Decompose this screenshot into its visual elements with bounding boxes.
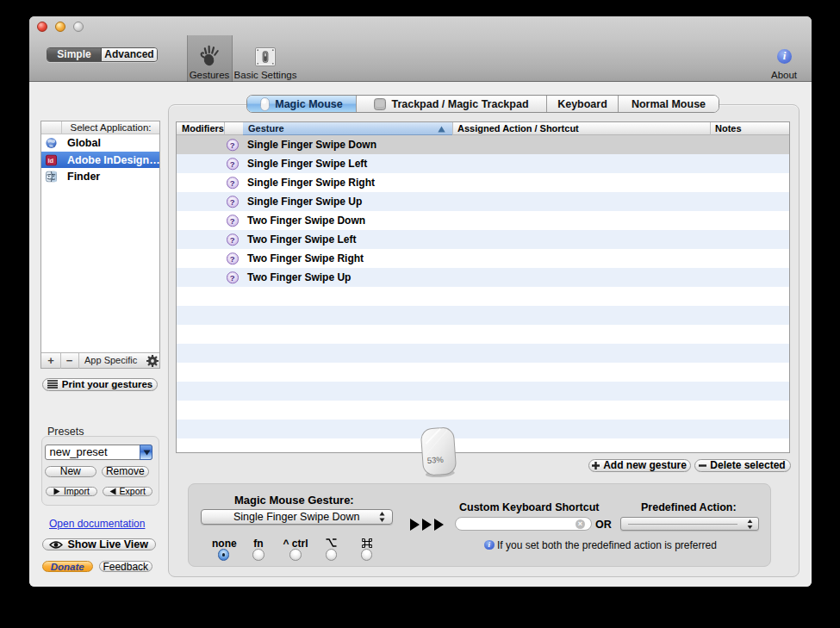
svg-text:Id: Id <box>48 157 54 165</box>
svg-text:53%: 53% <box>426 455 444 465</box>
